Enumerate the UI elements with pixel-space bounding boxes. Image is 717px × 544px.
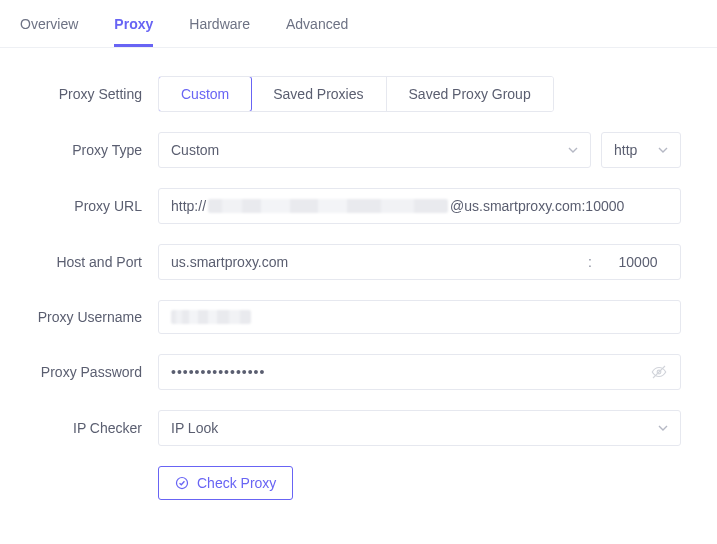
- port-input[interactable]: [608, 245, 668, 279]
- chevron-down-icon: [658, 423, 668, 433]
- label-host-port: Host and Port: [0, 254, 158, 270]
- chevron-down-icon: [658, 145, 668, 155]
- tab-hardware[interactable]: Hardware: [189, 12, 250, 47]
- check-proxy-label: Check Proxy: [197, 475, 276, 491]
- proxy-password-input[interactable]: [171, 355, 650, 389]
- label-proxy-password: Proxy Password: [0, 364, 158, 380]
- proxy-url-prefix: http://: [171, 198, 206, 214]
- proxy-url-input[interactable]: http:// @us.smartproxy.com:10000: [158, 188, 681, 224]
- label-proxy-url: Proxy URL: [0, 198, 158, 214]
- tab-advanced[interactable]: Advanced: [286, 12, 348, 47]
- label-proxy-setting: Proxy Setting: [0, 86, 158, 102]
- protocol-select[interactable]: http: [601, 132, 681, 168]
- check-circle-icon: [175, 476, 189, 490]
- proxy-username-input[interactable]: [158, 300, 681, 334]
- proxy-type-select[interactable]: Custom: [158, 132, 591, 168]
- proxy-password-wrap: [158, 354, 681, 390]
- host-port-separator: :: [572, 254, 608, 270]
- proxy-form: Proxy Setting Custom Saved Proxies Saved…: [0, 48, 717, 520]
- label-proxy-type: Proxy Type: [0, 142, 158, 158]
- label-ip-checker: IP Checker: [0, 420, 158, 436]
- tab-bar: Overview Proxy Hardware Advanced: [0, 0, 717, 48]
- proxy-url-suffix: @us.smartproxy.com:10000: [450, 198, 624, 214]
- proxy-setting-segmented: Custom Saved Proxies Saved Proxy Group: [158, 76, 554, 112]
- ip-checker-value: IP Look: [171, 420, 218, 436]
- redacted-username: [171, 310, 251, 324]
- check-proxy-button[interactable]: Check Proxy: [158, 466, 293, 500]
- eye-off-icon[interactable]: [650, 363, 668, 381]
- seg-custom[interactable]: Custom: [158, 76, 252, 112]
- tab-proxy[interactable]: Proxy: [114, 12, 153, 47]
- label-proxy-username: Proxy Username: [0, 309, 158, 325]
- tab-overview[interactable]: Overview: [20, 12, 78, 47]
- redacted-credentials: [208, 199, 448, 213]
- chevron-down-icon: [568, 145, 578, 155]
- ip-checker-select[interactable]: IP Look: [158, 410, 681, 446]
- host-port-group: :: [158, 244, 681, 280]
- host-input[interactable]: [171, 245, 572, 279]
- protocol-value: http: [614, 142, 637, 158]
- proxy-type-value: Custom: [171, 142, 219, 158]
- seg-saved-proxies[interactable]: Saved Proxies: [251, 77, 386, 111]
- seg-saved-proxy-group[interactable]: Saved Proxy Group: [387, 77, 553, 111]
